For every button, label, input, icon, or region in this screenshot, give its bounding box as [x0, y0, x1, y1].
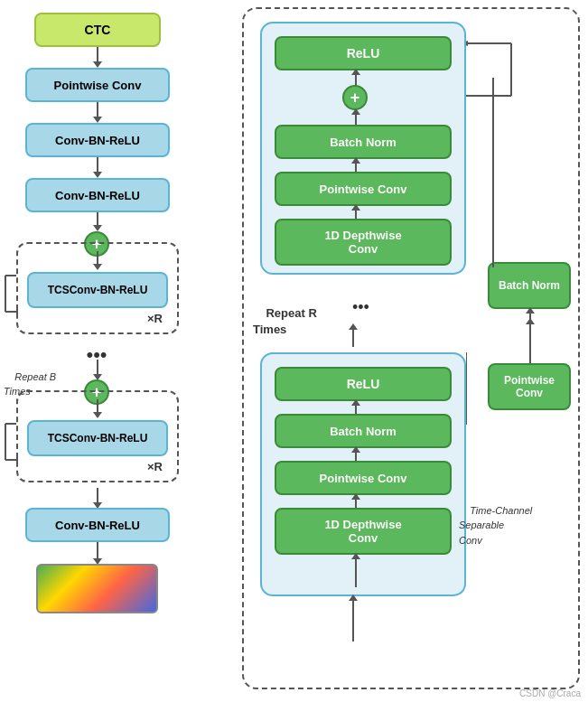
right-top-arrowhead-2 — [351, 108, 360, 115]
right-top-arrowhead-3 — [351, 157, 360, 164]
ctc-label: CTC — [85, 23, 111, 37]
svg-marker-7 — [16, 457, 18, 463]
right-side-arrowhead-2 — [526, 318, 535, 324]
right-bottom-input-arrow — [352, 596, 354, 641]
top-dashed-box: TCSConv-BN-ReLU ×R — [16, 242, 179, 334]
right-side-pointwise-label: Pointwise Conv — [497, 374, 562, 399]
conv-bn-relu-1-block: Conv-BN-ReLU — [25, 123, 170, 157]
right-bottom-pointwise-label: Pointwise Conv — [320, 472, 407, 485]
skip-h-arrow — [466, 78, 502, 267]
arrowhead-2 — [93, 117, 102, 123]
right-bottom-depthwise-label: 1D Depthwise Conv — [324, 518, 401, 545]
pointwise-conv-top-block: Pointwise Conv — [25, 68, 170, 102]
right-side-arrowhead-1 — [526, 307, 535, 314]
right-bot-arrow-4 — [355, 555, 357, 587]
watermark: CSDN @Craca — [519, 688, 581, 698]
right-top-relu-label: ReLU — [347, 46, 380, 61]
right-bottom-relu-label: ReLU — [347, 377, 380, 391]
right-dots: ••• — [352, 298, 369, 317]
right-top-batch-norm-label: Batch Norm — [330, 136, 397, 149]
right-bottom-input-arrowhead — [349, 594, 358, 601]
tcs-conv-bottom-label: TCSConv-BN-ReLU — [48, 432, 148, 445]
conv-bn-relu-1-label: Conv-BN-ReLU — [55, 134, 140, 147]
right-top-relu-block: ReLU — [275, 36, 452, 70]
svg-marker-11 — [466, 41, 468, 46]
right-top-plus-circle: + — [342, 85, 368, 110]
right-bot-arrowhead-2 — [351, 446, 360, 453]
right-bottom-depthwise-block: 1D Depthwise Conv — [275, 508, 452, 555]
arrow-7 — [97, 542, 98, 560]
side-connect-svg — [466, 352, 493, 425]
right-top-depthwise-block: 1D Depthwise Conv — [275, 219, 452, 266]
right-bottom-inner-box: ReLU Batch Norm Pointwise Conv 1D Depthw… — [260, 352, 466, 596]
tcs-conv-top-block: TCSConv-BN-ReLU — [27, 272, 168, 308]
inner-arrowhead-bottom — [93, 412, 102, 418]
right-side-batch-norm-block: Batch Norm — [488, 262, 571, 309]
bottom-dashed-box: TCSConv-BN-ReLU ×R — [16, 390, 179, 482]
time-channel-label: Time-Channel Separable Conv — [459, 488, 532, 563]
right-top-pointwise-block: Pointwise Conv — [275, 172, 452, 206]
right-side-pointwise-block: Pointwise Conv — [488, 363, 571, 410]
inner-arrow-bottom — [97, 399, 98, 412]
times-r-bottom: ×R — [27, 460, 168, 473]
conv-bn-relu-bottom-label: Conv-BN-ReLU — [55, 519, 140, 532]
arrowhead-4 — [93, 225, 102, 231]
inner-arrow-top — [97, 251, 98, 264]
tcs-conv-bottom-block: TCSConv-BN-ReLU — [27, 420, 168, 456]
right-bottom-relu-block: ReLU — [275, 367, 452, 401]
svg-marker-3 — [16, 309, 18, 314]
right-side-batch-norm-label: Batch Norm — [499, 279, 560, 292]
loop-arrow-bottom-svg — [2, 419, 18, 464]
tcs-conv-top-label: TCSConv-BN-ReLU — [48, 284, 148, 296]
ctc-block: CTC — [34, 13, 161, 47]
right-side-arrow-2 — [529, 320, 531, 363]
right-bot-arrowhead-4 — [351, 553, 360, 559]
right-mid-arrowhead — [349, 323, 358, 330]
times-r-top-label: ×R — [147, 312, 163, 325]
pointwise-conv-top-label: Pointwise Conv — [54, 79, 142, 92]
repeat-r-label: Repeat R Times — [253, 289, 317, 355]
times-r-bottom-label: ×R — [147, 460, 163, 473]
right-bottom-batch-norm-block: Batch Norm — [275, 414, 452, 448]
right-top-arrowhead-4 — [351, 204, 360, 211]
diagram-container: CTC Pointwise Conv Conv-BN-ReLU Conv-BN-… — [0, 0, 588, 702]
right-top-pointwise-label: Pointwise Conv — [320, 183, 407, 196]
arrowhead-1 — [93, 61, 102, 68]
right-bottom-batch-norm-label: Batch Norm — [330, 425, 397, 438]
conv-bn-relu-2-block: Conv-BN-ReLU — [25, 178, 170, 212]
input-image — [36, 564, 158, 613]
right-top-arrowhead-1 — [351, 69, 360, 75]
conv-bn-relu-bottom-block: Conv-BN-ReLU — [25, 508, 170, 542]
right-top-depthwise-label: 1D Depthwise Conv — [324, 229, 401, 256]
right-bot-arrowhead-1 — [351, 399, 360, 406]
watermark-text: CSDN @Craca — [519, 688, 581, 698]
right-bot-arrowhead-3 — [351, 493, 360, 500]
times-r-top: ×R — [27, 312, 168, 325]
right-top-inner-box: ReLU + Batch Norm Pointwise Conv 1D Dept… — [260, 22, 466, 275]
loop-arrow-top-svg — [2, 271, 18, 316]
conv-bn-relu-2-label: Conv-BN-ReLU — [55, 189, 140, 202]
inner-arrowhead-top — [93, 264, 102, 270]
right-top-batch-norm-block: Batch Norm — [275, 125, 452, 159]
arrowhead-3 — [93, 172, 102, 178]
right-bottom-pointwise-block: Pointwise Conv — [275, 461, 452, 495]
